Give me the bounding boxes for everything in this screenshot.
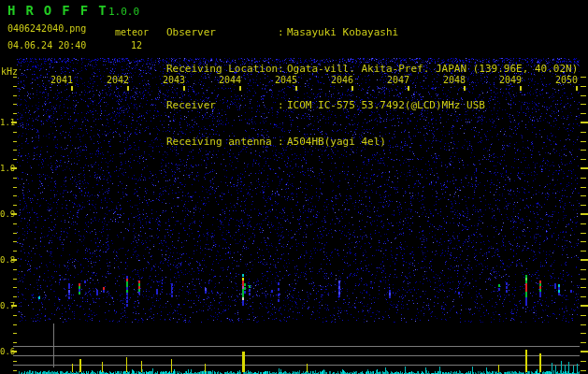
observation-datetime: 04.06.24 20:40 [7, 40, 86, 50]
time-tick-label: 2046 [328, 76, 356, 85]
freq-tick-label: 0.6 [0, 348, 12, 356]
antenna-value: A504HB(yagi 4el) [287, 136, 386, 148]
antenna-label: Receiving antenna [166, 136, 278, 148]
freq-tick-label: 1.0 [0, 165, 12, 173]
meteor-echo-count: 12 [131, 40, 142, 50]
freq-tick-label: 0.8 [0, 256, 12, 265]
time-tick-label: 2047 [384, 76, 412, 85]
time-tick-label: 2050 [552, 76, 581, 85]
time-tick-label: 2044 [216, 76, 244, 85]
receiver-value: ICOM IC-575 53.7492(@LCD)MHz USB [287, 99, 485, 111]
info-row-observer: Observer:Masayuki Kobayashi [166, 26, 578, 38]
freq-tick-label: 0.7 [0, 302, 12, 310]
app-version: 1.0.0 [108, 6, 139, 18]
station-info-block: Observer:Masayuki Kobayashi Receiving Lo… [166, 2, 578, 172]
freq-tick-label: 1.1 [0, 119, 12, 127]
freq-tick-label: 0.9 [0, 210, 12, 219]
location-label: Receiving Location [166, 63, 278, 75]
output-file-name: 0406242040.png [7, 23, 86, 34]
time-tick-label: 2048 [440, 76, 468, 85]
time-tick-label: 2041 [48, 76, 76, 85]
time-tick-label: 2043 [160, 76, 188, 85]
colon: : [278, 99, 287, 111]
time-tick-label: 2042 [104, 76, 132, 85]
time-tick-label: 2045 [272, 76, 300, 85]
observer-value: Masayuki Kobayashi [287, 26, 398, 38]
observer-label: Observer [166, 26, 278, 38]
info-row-receiver: Receiver:ICOM IC-575 53.7492(@LCD)MHz US… [166, 99, 578, 111]
observation-mode-label: meteor [115, 27, 149, 37]
info-row-location: Receiving Location:Ogata-vill. Akita-Pre… [166, 63, 578, 75]
app-title: HROFFT [7, 3, 117, 18]
colon: : [278, 26, 287, 38]
info-row-antenna: Receiving antenna:A504HB(yagi 4el) [166, 136, 578, 148]
frequency-axis-unit-label: kHz [1, 66, 18, 77]
receiver-label: Receiver [166, 99, 278, 111]
hrofft-spectrogram-screenshot: HROFFT 1.0.0 0406242040.png meteor 04.06… [0, 0, 588, 374]
location-value: Ogata-vill. Akita-Pref. JAPAN (139.96E, … [287, 63, 578, 75]
time-tick-label: 2049 [496, 76, 524, 85]
colon: : [278, 63, 287, 75]
colon: : [278, 136, 287, 148]
